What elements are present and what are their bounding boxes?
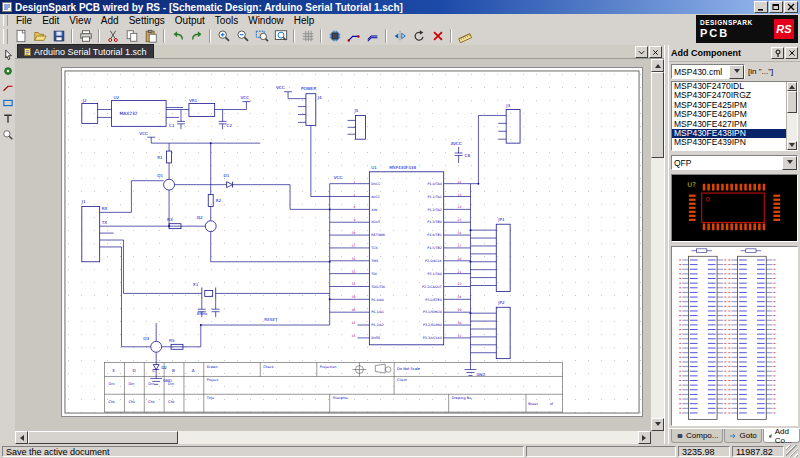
menu-edit[interactable]: Edit — [37, 14, 64, 27]
connector-jp1[interactable] — [496, 224, 510, 291]
undo-button[interactable] — [168, 28, 187, 45]
svg-text:Client: Client — [397, 378, 407, 382]
panel-tab-addco[interactable]: Add Co... — [763, 429, 800, 443]
horizontal-scrollbar[interactable] — [15, 431, 651, 444]
add-text-tool-button[interactable] — [0, 111, 15, 126]
crystal-x1[interactable] — [202, 287, 216, 299]
connector-j3[interactable] — [506, 110, 520, 144]
zoom-window-button[interactable] — [252, 28, 271, 45]
toggle-grid-button[interactable] — [298, 28, 317, 45]
add-pad-tool-button[interactable] — [0, 63, 15, 78]
connector-j5[interactable] — [355, 115, 365, 139]
h-scroll-left-button[interactable] — [15, 431, 28, 444]
panel-close-button[interactable] — [785, 47, 798, 59]
svg-text:9: 9 — [354, 218, 356, 222]
v-scroll-down-button[interactable] — [651, 418, 664, 431]
diode-d1[interactable] — [227, 182, 233, 188]
power-header-j4[interactable] — [306, 94, 316, 126]
menu-output[interactable]: Output — [170, 14, 210, 27]
v-scroll-up-button[interactable] — [651, 59, 664, 72]
connector-jp2[interactable] — [496, 307, 510, 358]
connector-j2[interactable] — [82, 104, 98, 124]
open-document-button[interactable] — [30, 28, 49, 45]
connector-j1[interactable] — [82, 206, 100, 261]
svg-text:C1: C1 — [169, 123, 175, 128]
document-tab[interactable]: Arduino Serial Tutorial 1.sch — [17, 44, 154, 58]
delete-button[interactable] — [428, 28, 447, 45]
component-list[interactable]: MSP430F2470IDLMSP430F2470IRGZMSP430FE425… — [671, 81, 798, 151]
transistor-q1[interactable] — [164, 179, 175, 190]
h-scroll-thumb[interactable] — [28, 431, 178, 444]
add-wire-button[interactable] — [344, 28, 363, 45]
list-scroll-thumb[interactable] — [787, 91, 797, 113]
component-item[interactable]: MSP430FE439IPN — [672, 138, 797, 147]
new-document-button[interactable] — [11, 28, 30, 45]
transistor-q2[interactable] — [205, 221, 216, 232]
restore-button[interactable] — [769, 1, 783, 13]
library-select[interactable]: MSP430.cml — [671, 64, 745, 79]
rotate-button[interactable] — [409, 28, 428, 45]
vertical-scrollbar[interactable] — [651, 59, 664, 431]
schematic-wires — [98, 92, 506, 385]
measure-button[interactable] — [455, 28, 474, 45]
v-scroll-thumb[interactable] — [651, 72, 664, 158]
minimize-button[interactable] — [754, 1, 768, 13]
list-scroll-up-button[interactable] — [787, 82, 797, 91]
cut-icon — [106, 29, 120, 43]
transistor-q3[interactable] — [151, 341, 162, 352]
svg-text:R5: R5 — [169, 338, 175, 343]
svg-text:TMS: TMS — [370, 259, 378, 263]
cut-button[interactable] — [103, 28, 122, 45]
package-select[interactable]: QFP — [671, 155, 798, 170]
svg-text:D1: D1 — [224, 173, 230, 178]
menu-tools[interactable]: Tools — [210, 14, 243, 27]
list-scrollbar[interactable] — [786, 82, 797, 150]
panel-tab-goto[interactable]: Goto — [724, 429, 761, 443]
add-track-tool-button[interactable] — [0, 79, 15, 94]
resistor-r2[interactable] — [208, 195, 213, 207]
zoom-out-button[interactable] — [233, 28, 252, 45]
add-component-button[interactable] — [325, 28, 344, 45]
save-document-button[interactable] — [49, 28, 68, 45]
toolbar-separator — [163, 29, 165, 43]
redo-button[interactable] — [187, 28, 206, 45]
schematic-canvas[interactable]: J2U2MAX232VR1VCCC1C2POWERJ4VCCJ1VCCR1Q1R… — [15, 59, 651, 431]
select-tool-button[interactable] — [0, 47, 15, 62]
menu-add[interactable]: Add — [96, 14, 124, 27]
svg-text:Q1: Q1 — [157, 173, 163, 178]
mirror-button[interactable] — [390, 28, 409, 45]
svg-text:57: 57 — [352, 244, 356, 248]
menu-settings[interactable]: Settings — [124, 14, 170, 27]
paste-button[interactable] — [141, 28, 160, 45]
menu-view[interactable]: View — [64, 14, 96, 27]
combo-dropdown-button[interactable] — [782, 156, 797, 170]
tab-menu-button[interactable] — [635, 46, 648, 58]
menu-help[interactable]: Help — [289, 14, 320, 27]
svg-text:TDO/TDI: TDO/TDI — [370, 285, 385, 289]
regulator-vr1[interactable] — [189, 104, 215, 117]
zoom-tool-button[interactable] — [0, 127, 15, 142]
zoom-full-extent-button[interactable] — [271, 28, 290, 45]
arrow-up-icon — [655, 61, 661, 68]
svg-text:MAX232: MAX232 — [120, 111, 138, 116]
zoom-in-button[interactable] — [214, 28, 233, 45]
menu-window[interactable]: Window — [243, 14, 289, 27]
add-shape-tool-button[interactable] — [0, 95, 15, 110]
add-component-panel: Add Component MSP430.cml [in "..."] MSP4… — [668, 45, 800, 444]
resistor-r1[interactable] — [167, 151, 172, 163]
copy-button[interactable] — [122, 28, 141, 45]
combo-dropdown-button[interactable] — [729, 65, 744, 79]
schematic-sheet[interactable]: J2U2MAX232VR1VCCC1C2POWERJ4VCCJ1VCCR1Q1R… — [61, 67, 643, 417]
menu-file[interactable]: File — [11, 14, 37, 27]
print-button[interactable] — [76, 28, 95, 45]
close-button[interactable] — [784, 1, 798, 13]
svg-text:VCC: VCC — [139, 131, 148, 136]
svg-text:1: 1 — [354, 180, 356, 184]
h-scroll-right-button[interactable] — [638, 431, 651, 444]
list-scroll-down-button[interactable] — [787, 141, 797, 150]
add-bus-button[interactable] — [363, 28, 382, 45]
panel-pin-button[interactable] — [771, 47, 784, 59]
tab-close-button[interactable] — [649, 46, 662, 58]
resize-grip[interactable] — [786, 445, 798, 457]
panel-tab-compo[interactable]: Compo... — [671, 429, 723, 443]
